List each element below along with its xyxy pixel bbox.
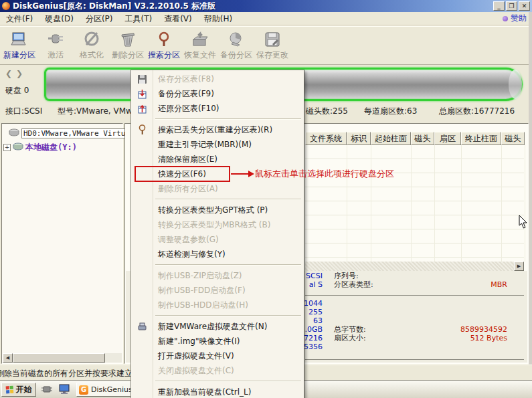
tree-item-local-disk-y[interactable]: + 本地磁盘(Y:) [3, 142, 77, 153]
toolbar-button-search-partition[interactable]: 搜索分区 [146, 27, 182, 64]
menu-tools[interactable]: 工具(T) [118, 13, 158, 25]
menu-item-label: 重建主引导记录(MBR)(M) [158, 139, 252, 151]
column-header-head[interactable]: 磁头 [411, 132, 434, 145]
annotation-arrow-line [231, 173, 248, 175]
menu-item-restore-partition-table[interactable]: 还原分区表(F10) [131, 101, 304, 116]
disk-icon [9, 128, 19, 138]
minimize-button[interactable]: _ [493, 1, 505, 11]
menu-item-label: 打开虚拟硬盘文件(V) [158, 351, 234, 362]
save-changes-icon [263, 31, 282, 48]
menu-item-label: 制作USB-FDD启动盘(F) [158, 285, 246, 296]
toolbar-button-delete-partition[interactable]: 删除分区 [110, 27, 146, 64]
detail-row: 7216 扇区大小: 512 Bytes [296, 334, 507, 342]
menu-item-label: 转换分区表类型为GPT格式 (P) [158, 205, 268, 216]
tree-item-hd0[interactable]: HD0:VMware,VMware Virtual [9, 128, 137, 138]
details-separator [305, 295, 524, 296]
search-lost-icon [135, 124, 149, 136]
menu-item-clear-reserved-sectors[interactable]: 清除保留扇区(E) [131, 152, 304, 167]
menu-item-search-lost-partitions[interactable]: 搜索已丢失分区(重建分区表)(R) [131, 122, 304, 137]
scroll-left-arrow[interactable]: ◀ [3, 353, 13, 363]
table-horizontal-scrollbar[interactable]: ▶ [305, 262, 524, 271]
column-header-sector[interactable]: 扇区 [434, 132, 461, 145]
menu-item-new-vmware-vhd[interactable]: 新建VMWare虚拟硬盘文件(N) [131, 319, 304, 334]
annotation-arrow-head-icon [248, 171, 254, 177]
menu-partition[interactable]: 分区(P) [80, 13, 119, 25]
menu-item-bad-track-check[interactable]: 坏道检测与修复(Y) [131, 247, 304, 262]
next-disk-arrow[interactable]: ❯ [16, 69, 27, 78]
detail-row: .0GB 总字节数: 8589934592 [296, 325, 507, 334]
toolbar: 新建分区 激活 格式化 删除分区 搜索分区 [0, 26, 532, 65]
annotation-text: 鼠标左击单击选择此项进行硬盘分区 [255, 168, 394, 180]
new-vmdk-icon [135, 320, 149, 332]
column-header-start-cylinder[interactable]: 起始柱面 [371, 132, 411, 145]
menu-item-make-usb-zip[interactable]: 制作USB-ZIP启动盘(Z) [131, 268, 304, 283]
menu-help[interactable]: 帮助(H) [198, 13, 238, 25]
menu-item-rebuild-mbr[interactable]: 重建主引导记录(MBR)(M) [131, 137, 304, 152]
menu-disk[interactable]: 硬盘(D) [39, 13, 80, 25]
menu-item-label: 搜索已丢失分区(重建分区表)(R) [158, 124, 272, 136]
app-icon [2, 2, 10, 10]
mouse-cursor-icon [519, 215, 528, 229]
detail-row: 1044 [296, 299, 507, 308]
disk-details-top: SCSI 序列号: al S 分区表类型: MBR [296, 272, 507, 289]
sidebar-horizontal-scrollbar[interactable]: ◀ [3, 353, 122, 363]
new-partition-icon [10, 31, 29, 48]
menu-item-reload-disk[interactable]: 重新加载当前硬盘(Ctrl_L) [131, 385, 304, 398]
windows-logo-icon [5, 385, 14, 394]
scroll-right-arrow[interactable]: ▶ [514, 262, 524, 271]
prev-disk-arrow[interactable]: ❮ [5, 69, 16, 78]
menu-separator [131, 312, 304, 319]
menu-item-new-img-file[interactable]: 新建".img"映像文件(I) [131, 334, 304, 349]
menu-item-make-usb-hdd[interactable]: 制作USB-HDD启动盘(H) [131, 298, 304, 312]
menu-item-convert-to-mbr[interactable]: 转换分区表类型为MBR格式 (B) [131, 217, 304, 232]
window-right-border [529, 12, 532, 380]
column-header-filesystem[interactable]: 文件系统 [305, 132, 347, 145]
menu-item-backup-partition-table[interactable]: 备份分区表(F9) [131, 86, 304, 101]
menu-item-label: 还原分区表(F10) [158, 103, 219, 114]
menu-item-close-vhd[interactable]: 关闭虚拟硬盘文件(C) [131, 363, 304, 378]
toolbar-button-new-partition[interactable]: 新建分区 [1, 27, 37, 64]
menu-item-adjust-disk-params[interactable]: 调整硬盘参数(G) [131, 232, 304, 247]
menu-item-label: 新建".img"映像文件(I) [158, 336, 240, 347]
toolbar-button-save-changes[interactable]: 保存更改 [254, 27, 290, 64]
menu-item-label: 备份分区表(F9) [158, 88, 214, 100]
disk-sectors-per-track: 每道扇区数:63 [364, 106, 417, 117]
search-partition-icon [155, 31, 173, 48]
toolbar-button-backup-partition[interactable]: 备份分区 [218, 27, 254, 64]
menu-item-save-partition-table[interactable]: 保存分区表(F8) [131, 72, 304, 86]
quicklaunch-chip-icon[interactable] [40, 383, 54, 396]
details-separator [305, 359, 524, 360]
expand-plus-icon[interactable]: + [3, 144, 11, 151]
menu-item-label: 制作USB-HDD启动盘(H) [158, 300, 248, 311]
menu-item-convert-to-gpt[interactable]: 转换分区表类型为GPT格式 (P) [131, 203, 304, 217]
column-header-end-cylinder[interactable]: 终止柱面 [461, 132, 501, 145]
menu-item-make-usb-fdd[interactable]: 制作USB-FDD启动盘(F) [131, 283, 304, 298]
start-button[interactable]: 开始 [1, 383, 36, 397]
sponsor-link[interactable]: 赞助 [511, 13, 527, 24]
disk-total-sectors: 总扇区数:16777216 [439, 106, 515, 117]
start-label: 开始 [16, 384, 32, 395]
disk-interface: 接口:SCSI [5, 106, 42, 117]
column-header-flag[interactable]: 标识 [347, 132, 371, 145]
restore-button[interactable]: ❐ [506, 1, 517, 11]
detail-row: 255 [296, 308, 507, 316]
toolbar-button-format[interactable]: 格式化 [74, 27, 110, 64]
partition-table-body [305, 145, 524, 262]
diskgenius-logo-icon: G [79, 385, 88, 395]
menu-separator [131, 196, 304, 203]
menu-item-label: 清除保留扇区(E) [158, 154, 217, 165]
menu-view[interactable]: 查看(V) [158, 13, 198, 25]
scrollbar-thumb[interactable] [13, 353, 105, 363]
menu-item-open-vhd[interactable]: 打开虚拟硬盘文件(V) [131, 349, 304, 363]
menu-item-delete-all-partitions[interactable]: 删除所有分区(A) [131, 181, 304, 196]
disk-tree-panel: HD0:VMware,VMware Virtual + 本地磁盘(Y:) ◀ [1, 123, 123, 364]
column-header-head2[interactable]: 磁头 [501, 132, 525, 145]
highlight-rectangle [135, 166, 230, 182]
toolbar-button-activate[interactable]: 激活 [37, 27, 74, 64]
toolbar-button-recover-files[interactable]: 恢复文件 [182, 27, 218, 64]
disk-icon [13, 142, 23, 153]
quicklaunch-desktop-icon[interactable] [58, 383, 71, 396]
menu-separator [131, 116, 304, 122]
menu-file[interactable]: 文件(F) [0, 13, 39, 25]
close-button[interactable]: ✕ [519, 1, 530, 11]
